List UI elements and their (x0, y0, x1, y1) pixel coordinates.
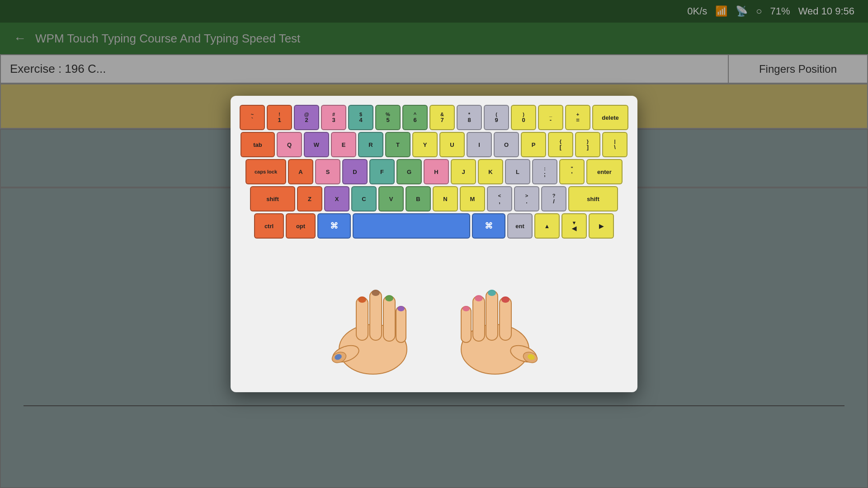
key-2[interactable]: @2 (294, 105, 319, 130)
svg-rect-10 (396, 306, 406, 343)
key-e[interactable]: E (331, 132, 356, 157)
key-bracket-l[interactable]: {[ (548, 132, 573, 157)
key-shift-left[interactable]: shift (250, 186, 295, 211)
keyboard-modal: ~` !1 @2 #3 $4 %5 ^6 &7 *8 (9 )0 _- += d… (231, 96, 637, 392)
key-arrow-up[interactable]: ▲ (534, 213, 560, 239)
svg-point-23 (501, 296, 509, 303)
key-row-2: tab Q W E R T Y U I O P {[ }] |\ (240, 132, 628, 157)
key-g[interactable]: G (396, 159, 422, 184)
key-i[interactable]: I (467, 132, 492, 157)
svg-rect-18 (473, 296, 485, 341)
key-m[interactable]: M (460, 186, 485, 211)
key-o[interactable]: O (494, 132, 519, 157)
key-cmd-left[interactable]: ⌘ (317, 213, 351, 239)
key-1[interactable]: !1 (267, 105, 292, 130)
key-6[interactable]: ^6 (402, 105, 428, 130)
svg-point-19 (475, 295, 483, 301)
key-semicolon[interactable]: :; (532, 159, 557, 184)
key-n[interactable]: N (433, 186, 458, 211)
key-8[interactable]: *8 (457, 105, 482, 130)
key-v[interactable]: V (378, 186, 404, 211)
key-s[interactable]: S (315, 159, 340, 184)
key-h[interactable]: H (424, 159, 449, 184)
left-hand (330, 290, 407, 374)
key-quote[interactable]: "' (559, 159, 585, 184)
key-row-5: ctrl opt ⌘ ⌘ ent ▲ ▼◀ ▶ (240, 213, 628, 239)
key-tab[interactable]: tab (241, 132, 275, 157)
svg-rect-16 (461, 306, 471, 343)
key-q[interactable]: Q (277, 132, 302, 157)
key-b[interactable]: B (406, 186, 431, 211)
key-comma[interactable]: <, (487, 186, 512, 211)
key-3[interactable]: #3 (321, 105, 346, 130)
hands-container (240, 243, 628, 383)
key-row-4: shift Z X C V B N M <, >. ?/ shift (240, 186, 628, 211)
key-p[interactable]: P (521, 132, 546, 157)
modal-overlay: ~` !1 @2 #3 $4 %5 ^6 &7 *8 (9 )0 _- += d… (0, 0, 868, 488)
svg-point-7 (372, 290, 380, 296)
key-7[interactable]: &7 (429, 105, 455, 130)
svg-rect-20 (486, 291, 498, 340)
key-row-1: ~` !1 @2 #3 $4 %5 ^6 &7 *8 (9 )0 _- += d… (240, 105, 628, 130)
key-ent[interactable]: ent (507, 213, 533, 239)
key-k[interactable]: K (478, 159, 503, 184)
key-r[interactable]: R (358, 132, 383, 157)
key-cmd-right[interactable]: ⌘ (472, 213, 505, 239)
key-shift-right[interactable]: shift (568, 186, 618, 211)
hands-svg (307, 245, 561, 381)
svg-point-5 (358, 296, 366, 303)
svg-point-17 (462, 306, 470, 311)
key-arrow-right[interactable]: ▶ (589, 213, 614, 239)
key-arrow-down-left[interactable]: ▼◀ (561, 213, 587, 239)
key-backslash[interactable]: |\ (602, 132, 627, 157)
right-hand (461, 290, 539, 374)
key-space[interactable] (353, 213, 470, 239)
svg-rect-22 (500, 297, 511, 340)
key-w[interactable]: W (304, 132, 329, 157)
key-row-3: caps lock A S D F G H J K L :; "' enter (240, 159, 628, 184)
key-c[interactable]: C (351, 186, 377, 211)
key-0[interactable]: )0 (511, 105, 536, 130)
key-delete[interactable]: delete (592, 105, 628, 130)
svg-point-11 (397, 306, 405, 311)
key-caps-lock[interactable]: caps lock (245, 159, 286, 184)
key-bracket-r[interactable]: }] (575, 132, 600, 157)
key-d[interactable]: D (342, 159, 368, 184)
key-u[interactable]: U (439, 132, 465, 157)
key-equals[interactable]: += (565, 105, 590, 130)
svg-point-21 (488, 290, 496, 296)
key-opt[interactable]: opt (286, 213, 316, 239)
key-period[interactable]: >. (514, 186, 539, 211)
key-4[interactable]: $4 (348, 105, 373, 130)
key-x[interactable]: X (324, 186, 349, 211)
key-j[interactable]: J (451, 159, 476, 184)
svg-point-9 (385, 295, 393, 301)
key-enter[interactable]: enter (586, 159, 623, 184)
svg-rect-6 (370, 291, 382, 340)
key-z[interactable]: Z (297, 186, 322, 211)
key-t[interactable]: T (385, 132, 410, 157)
key-slash[interactable]: ?/ (541, 186, 566, 211)
key-f[interactable]: F (369, 159, 395, 184)
key-a[interactable]: A (288, 159, 313, 184)
key-ctrl[interactable]: ctrl (254, 213, 284, 239)
key-tilde[interactable]: ~` (240, 105, 265, 130)
key-l[interactable]: L (505, 159, 530, 184)
virtual-keyboard: ~` !1 @2 #3 $4 %5 ^6 &7 *8 (9 )0 _- += d… (240, 105, 628, 239)
key-5[interactable]: %5 (375, 105, 401, 130)
key-minus[interactable]: _- (538, 105, 563, 130)
svg-rect-8 (383, 296, 395, 341)
svg-rect-4 (356, 297, 368, 340)
key-y[interactable]: Y (412, 132, 438, 157)
key-9[interactable]: (9 (484, 105, 509, 130)
